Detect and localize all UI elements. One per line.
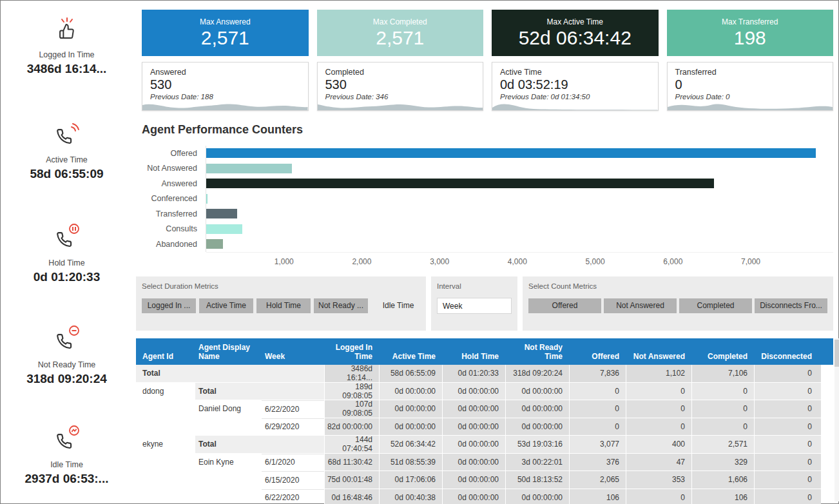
card-value: 530 [150, 77, 300, 92]
cell-name: Total [195, 436, 262, 453]
kpi-tile-logged-in-time: Logged In Time 3486d 16:14... [1, 15, 133, 76]
bar-consults[interactable] [206, 224, 242, 234]
bar-answered[interactable] [206, 179, 714, 188]
column-header-hold-time[interactable]: Hold Time [442, 353, 505, 365]
bar-transferred[interactable] [206, 209, 237, 218]
table-row[interactable]: 6/29/202082d 00:00:000d 00:00:000d 00:00… [136, 418, 833, 436]
sparkline [142, 102, 308, 110]
cell-agent-id [136, 400, 195, 418]
cell-agent-id: ddong [136, 383, 195, 400]
x-axis-tick: 6,000 [663, 257, 682, 266]
column-header-not-answered[interactable]: Not Answered [626, 353, 691, 365]
cell-hold: 0d 00:00:00 [442, 400, 505, 418]
chart-plot-area [206, 161, 833, 177]
kpi-tile-idle-time: Idle Time 2937d 06:53:... [1, 425, 133, 486]
table-row[interactable]: ekyneTotal144d 07:40:5452d 06:34:420d 00… [136, 436, 833, 454]
cell-disconnected: 0 [754, 365, 821, 382]
chart-category-label: Transferred [142, 209, 206, 218]
cell-not-answered: 0 [626, 418, 691, 436]
table-body: Total3486d 16:14...58d 06:55:090d 01:20:… [136, 365, 833, 504]
duration-metrics-panel: Select Duration Metrics Logged In ...Act… [136, 276, 426, 331]
kpi-tile-hold-time: Hold Time 0d 01:20:33 [1, 223, 133, 284]
column-header-agent-display-name[interactable]: Agent Display Name [195, 344, 262, 365]
column-header-agent-id[interactable]: Agent Id [136, 353, 195, 365]
kpi-label: Logged In Time [39, 50, 94, 59]
x-axis-tick: 7,000 [741, 257, 760, 266]
duration-panel-title: Select Duration Metrics [142, 282, 420, 290]
card-previous-value: Previous Date: 0 [675, 93, 825, 101]
count-panel-title: Select Count Metrics [528, 282, 827, 290]
duration-option-idle-time[interactable]: Idle Time [371, 298, 425, 313]
kpi-card-completed: Max Completed 2,571 Completed 530 Previo… [317, 10, 484, 111]
completed-card: Completed 530 Previous Date: 346 [317, 62, 484, 111]
count-options: OfferedNot AnsweredCompletedDisconnects … [528, 298, 827, 313]
duration-option-logged-in[interactable]: Logged In ... [142, 298, 196, 313]
count-option-offered[interactable]: Offered [528, 298, 601, 313]
count-option-completed[interactable]: Completed [679, 298, 752, 313]
cell-disconnected: 0 [754, 418, 821, 436]
cell-logged-in: 107d 09:08:05 [324, 400, 379, 418]
duration-option-not-ready[interactable]: Not Ready ... [314, 298, 368, 313]
max-transferred-card: Max Transferred 198 [667, 10, 834, 56]
kpi-value: 3486d 16:14... [27, 62, 107, 76]
cell-offered: 0 [569, 418, 626, 436]
cell-agent-id [136, 471, 195, 489]
kpi-tile-not-ready-time: Not Ready Time 318d 09:20:24 [1, 325, 133, 386]
max-card-value: 2,571 [376, 28, 424, 48]
cell-agent-id [136, 418, 195, 436]
column-header-logged-in-time[interactable]: Logged In Time [324, 344, 379, 365]
duration-option-active-time[interactable]: Active Time [199, 298, 253, 313]
column-header-active-time[interactable]: Active Time [379, 353, 442, 365]
max-card-label: Max Completed [373, 17, 427, 26]
cell-hold: 0d 00:00:00 [442, 418, 505, 436]
cell-offered: 0 [569, 400, 626, 418]
bar-conferenced[interactable] [206, 194, 207, 204]
bar-not-answered[interactable] [206, 164, 292, 173]
cell-hold: 0d 00:00:00 [442, 454, 505, 471]
cell-hold: 0d 00:00:00 [442, 383, 505, 400]
table-row[interactable]: ddongTotal189d 09:08:050d 00:00:000d 00:… [136, 383, 833, 401]
table-row[interactable]: Daniel Dong6/22/2020107d 09:08:050d 00:0… [136, 400, 833, 418]
table-row[interactable]: Total3486d 16:14...58d 06:55:090d 01:20:… [136, 365, 833, 383]
duration-option-hold-time[interactable]: Hold Time [256, 298, 311, 313]
cell-week: 6/15/2020 [262, 471, 324, 489]
cell-name [195, 418, 262, 436]
table-row[interactable]: 6/22/20200d 16:48:460d 00:40:380d 00:00:… [136, 489, 833, 504]
cell-week: 6/29/2020 [262, 418, 324, 436]
max-card-value: 198 [734, 28, 766, 48]
bar-abandoned[interactable] [206, 239, 223, 249]
cell-week: 6/22/2020 [262, 400, 324, 418]
bar-offered[interactable] [206, 148, 816, 158]
chart-title: Agent Performance Counters [142, 123, 303, 137]
cell-not-answered: 0 [626, 383, 691, 400]
chart-category-label: Offered [142, 149, 206, 158]
cell-completed: 0 [691, 418, 754, 436]
count-option-disconnects-fro[interactable]: Disconnects Fro... [755, 298, 827, 313]
cell-logged-in: 75d 00:01:48 [324, 471, 379, 489]
column-header-offered[interactable]: Offered [569, 353, 626, 365]
table-row[interactable]: Eoin Kyne6/1/202068d 11:30:4251d 08:55:3… [136, 454, 833, 472]
main-content: Max Answered 2,571 Answered 530 Previous… [133, 1, 838, 503]
chart-plot-area [206, 206, 833, 222]
phone-pulse-icon [52, 425, 82, 452]
cell-not-ready: 3d 00:22:01 [505, 454, 569, 471]
chart-row-abandoned: Abandoned [142, 237, 833, 252]
column-header-not-ready-time[interactable]: Not Ready Time [505, 344, 569, 365]
column-header-completed[interactable]: Completed [691, 353, 754, 365]
table-scrollbar-thumb[interactable] [834, 340, 839, 367]
table-row[interactable]: 6/15/202075d 00:01:480d 17:06:060d 00:00… [136, 471, 833, 489]
count-option-not-answered[interactable]: Not Answered [604, 298, 677, 313]
chart-category-label: Answered [142, 179, 206, 188]
cell-logged-in: 82d 00:00:00 [324, 418, 379, 436]
kpi-tile-active-time: Active Time 58d 06:55:09 [1, 120, 133, 181]
column-header-week[interactable]: Week [262, 353, 324, 365]
cell-not-ready: 318d 09:20:24 [505, 365, 569, 382]
cell-active: 58d 06:55:09 [379, 365, 442, 382]
chart-plot-area [206, 176, 833, 191]
interval-select[interactable]: Week [437, 298, 512, 314]
cell-name: Daniel Dong [195, 400, 262, 418]
agent-metrics-table: Agent Id Agent Display Name Week Logged … [136, 338, 833, 504]
column-header-disconnected[interactable]: Disconnected [754, 353, 821, 365]
table-scrollbar[interactable] [834, 338, 839, 501]
cell-completed: 1,606 [691, 471, 754, 489]
